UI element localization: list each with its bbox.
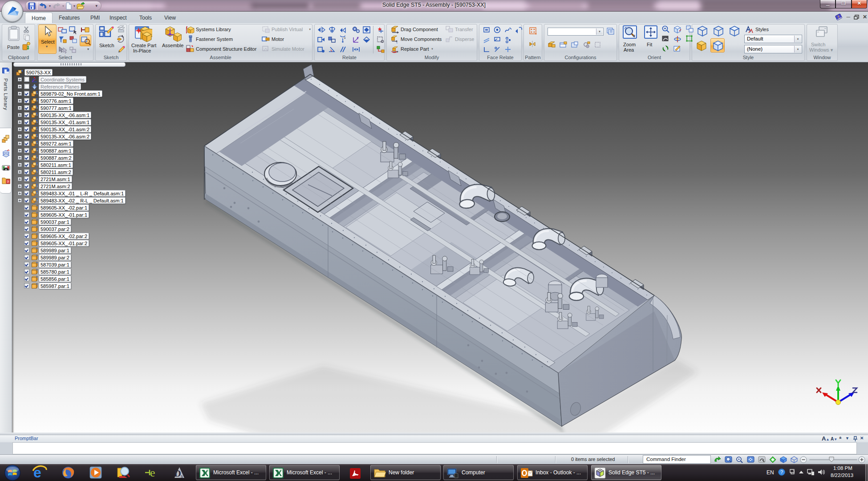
- svg-text:D: D: [174, 468, 181, 479]
- svg-text:s: s: [181, 473, 183, 479]
- svg-text:?: ?: [780, 469, 783, 475]
- svg-text:e: e: [150, 466, 155, 479]
- svg-text:?: ?: [7, 180, 9, 184]
